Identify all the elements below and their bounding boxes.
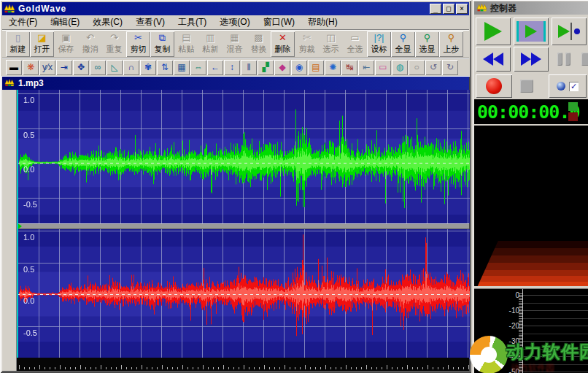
meter-gridline — [523, 310, 588, 311]
play-selection-button[interactable] — [514, 18, 549, 45]
fast-forward-button[interactable] — [514, 47, 549, 72]
gear-color-icon[interactable]: ❋ — [23, 60, 39, 75]
ruler-tick — [320, 367, 321, 369]
meter-gridline — [523, 349, 588, 350]
controller-titlebar[interactable]: 控制器 — [474, 1, 588, 15]
flat-bar-icon[interactable]: ▬ — [6, 60, 22, 75]
copy-label: 复制 — [155, 44, 171, 55]
play-button[interactable] — [476, 18, 511, 45]
left-channel-waveform[interactable] — [17, 90, 470, 223]
close-button[interactable]: × — [456, 4, 468, 14]
record-button[interactable] — [476, 74, 512, 98]
controller-window: 控制器 — [473, 0, 588, 373]
paste-new-button: ▥粘新 — [198, 31, 223, 57]
ruler-tick — [218, 367, 219, 369]
expand-arrows-icon[interactable]: ✥ — [73, 60, 89, 75]
fit-width-icon[interactable]: ⇔ — [190, 60, 206, 75]
delete-button[interactable]: ✕删除 — [271, 31, 295, 57]
channel-separator[interactable] — [17, 223, 469, 229]
mix-label: 混音 — [227, 44, 243, 55]
cd-eye-icon[interactable]: ◉ — [291, 60, 307, 75]
arrow-x-icon[interactable]: ↹ — [341, 60, 357, 75]
menu-item-window[interactable]: 窗口(W) — [257, 15, 301, 30]
minimize-button[interactable]: _ — [430, 4, 441, 14]
goldwave-doc-icon — [4, 78, 16, 88]
left-arrow-icon[interactable]: ← — [207, 60, 223, 75]
ruler-tick — [376, 367, 377, 369]
open-button[interactable]: ◪打开 — [30, 31, 54, 57]
new-button[interactable]: ▯新建 — [6, 31, 30, 57]
rainbow-pill-icon[interactable]: ▭ — [375, 60, 391, 75]
document-title: 1.mp3 — [18, 78, 44, 88]
zoom-selection-button[interactable]: ⚲选显 — [415, 31, 439, 57]
ruler-tick — [417, 367, 418, 369]
triangle-ramp-icon[interactable]: ◺ — [107, 60, 123, 75]
cyan-ball-icon[interactable]: ◍ — [392, 60, 408, 75]
skip-end-icon[interactable]: ⇥ — [56, 60, 72, 75]
main-titlebar[interactable]: GoldWave _□× — [2, 2, 469, 15]
up-down-icon[interactable]: ⇅ — [157, 60, 173, 75]
curve-icon[interactable]: ∩ — [123, 60, 139, 75]
set-marker-button[interactable]: |?|设标 — [367, 31, 391, 57]
controller-title: 控制器 — [490, 2, 517, 15]
menu-item-options[interactable]: 选项(O) — [213, 15, 256, 30]
flower-gear-icon[interactable]: ✾ — [140, 60, 156, 75]
eq-grid-icon[interactable]: ▦ — [174, 60, 190, 75]
copy-button[interactable]: ⧉复制 — [150, 31, 174, 57]
ruler-tick — [50, 367, 50, 369]
matrix-mx-icon[interactable]: ▞ — [258, 60, 274, 75]
rewind-button[interactable] — [476, 47, 511, 72]
right-channel-waveform[interactable] — [17, 229, 470, 359]
meter-gridline — [523, 356, 588, 357]
gray-ball-icon[interactable]: ○ — [409, 60, 425, 75]
menu-item-edit[interactable]: 编辑(E) — [44, 15, 86, 30]
cut-button[interactable]: ✂剪切 — [126, 31, 150, 57]
monitor-checkbox[interactable]: ✓ — [569, 82, 579, 91]
record-stop-icon — [520, 80, 533, 93]
ruler-tick — [126, 367, 127, 369]
rainbow-rows-icon[interactable]: ▤ — [308, 60, 324, 75]
menu-item-tools[interactable]: 工具(T) — [171, 15, 213, 30]
select-all-button: ▭全选 — [343, 31, 367, 57]
monitor-settings-button[interactable]: ✓ — [549, 74, 587, 98]
mx-swap-icon[interactable]: ◆ — [274, 60, 290, 75]
split-arrow-icon[interactable]: ⇤ — [358, 60, 374, 75]
meter-gridline — [523, 303, 588, 304]
menu-item-view[interactable]: 查看(V) — [129, 15, 171, 30]
menu-item-file[interactable]: 文件(F) — [2, 15, 44, 30]
ruler-tick — [356, 367, 357, 369]
burst-icon[interactable]: ✺ — [325, 60, 341, 75]
ruler-tick — [305, 365, 306, 369]
ruler-tick — [223, 365, 224, 369]
ruler-tick — [167, 367, 168, 369]
paste-new-icon: ▥ — [206, 33, 214, 44]
ruler-tick — [111, 367, 112, 369]
ruler-tick — [330, 367, 331, 369]
ruler-tick — [131, 367, 132, 369]
trim-icon: ✄ — [303, 33, 311, 44]
zoom-all-button[interactable]: ⚲全显 — [391, 31, 415, 57]
ruler-tick — [279, 367, 280, 369]
menu-item-effects[interactable]: 效果(C) — [86, 15, 129, 30]
rotate-ccw-icon[interactable]: ↺ — [425, 60, 441, 75]
trim-button: ✄剪裁 — [295, 31, 319, 57]
nodes-icon[interactable]: ∞ — [90, 60, 106, 75]
undo-button: ↶撤消 — [78, 31, 102, 57]
document-titlebar[interactable]: 1.mp3 — [2, 77, 469, 90]
rotate-cw-icon[interactable]: ↻ — [442, 60, 458, 75]
cut-icon: ✂ — [134, 33, 142, 44]
menu-item-help[interactable]: 帮助(H) — [301, 15, 344, 30]
window-buttons: _□× — [430, 4, 468, 14]
selection-start-line[interactable] — [17, 90, 18, 359]
ruler-tick — [274, 367, 275, 369]
maximize-button[interactable]: □ — [443, 4, 454, 14]
play-special-button[interactable] — [552, 18, 587, 45]
ruler-tick — [182, 365, 183, 369]
sliders-icon[interactable]: ⫴ — [241, 60, 257, 75]
ruler-tick — [412, 367, 413, 369]
yx-expression-icon[interactable]: y⁄x — [39, 60, 55, 75]
zoom-previous-button[interactable]: ⚲上步 — [439, 31, 463, 57]
time-ruler[interactable] — [17, 358, 469, 371]
set-marker-icon: |?| — [374, 33, 384, 44]
vert-expand-icon[interactable]: ↕ — [224, 60, 240, 75]
